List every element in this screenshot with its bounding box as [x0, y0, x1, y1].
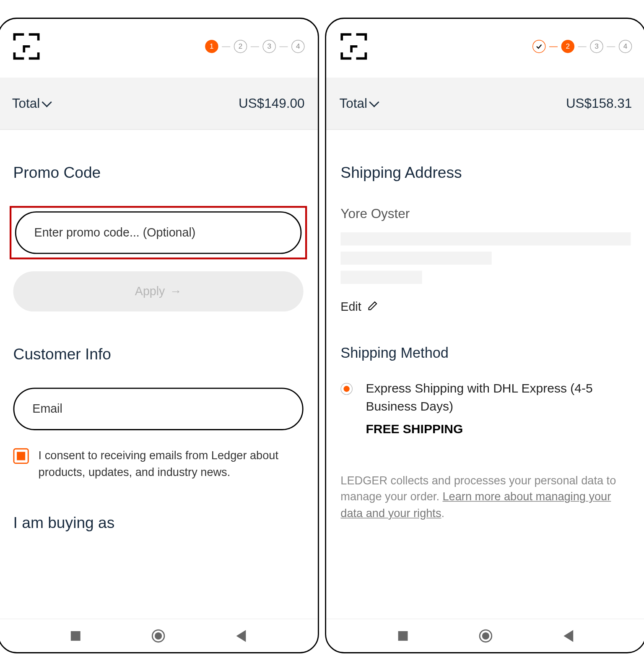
promo-highlight-box — [10, 206, 307, 259]
total-amount: US$158.31 — [566, 96, 632, 111]
shipping-option-radio[interactable] — [340, 383, 353, 395]
address-line-redacted — [340, 271, 422, 284]
android-navbar — [0, 619, 318, 652]
email-field[interactable] — [13, 388, 304, 430]
checkout-step1-screen: 1 2 3 4 Total US$149.00 Promo Code Appl — [0, 18, 319, 653]
promo-code-heading: Promo Code — [13, 164, 304, 182]
ledger-logo-icon — [12, 32, 41, 61]
step-1-done[interactable] — [532, 40, 545, 53]
shipping-option-label: Express Shipping with DHL Express (4-5 B… — [366, 379, 631, 416]
chevron-down-icon — [369, 97, 379, 107]
address-line-redacted — [340, 232, 631, 245]
ledger-logo-icon — [339, 32, 368, 61]
recipient-name: Yore Oyster — [340, 206, 631, 221]
step-3[interactable]: 3 — [262, 40, 275, 53]
address-line-redacted — [340, 252, 491, 265]
apply-button[interactable]: Apply — [13, 271, 304, 312]
total-amount: US$149.00 — [239, 96, 304, 111]
buying-as-heading: I am buying as — [13, 514, 304, 532]
progress-stepper: 1 2 3 4 — [205, 40, 304, 53]
progress-stepper: 2 3 4 — [532, 40, 632, 53]
shipping-method-heading: Shipping Method — [340, 344, 631, 361]
nav-home-icon[interactable] — [479, 629, 492, 642]
checkout-step2-screen: 2 3 4 Total US$158.31 Shipping Address Y… — [325, 18, 644, 653]
consent-text: I consent to receiving emails from Ledge… — [39, 447, 304, 480]
free-shipping-badge: FREE SHIPPING — [366, 422, 631, 436]
shipping-address-heading: Shipping Address — [340, 164, 631, 182]
nav-back-icon[interactable] — [564, 629, 574, 642]
promo-code-input[interactable] — [15, 211, 302, 254]
step-3[interactable]: 3 — [590, 40, 603, 53]
pencil-icon — [367, 299, 379, 315]
total-summary-bar[interactable]: Total US$149.00 — [0, 78, 318, 130]
nav-home-icon[interactable] — [152, 629, 165, 642]
total-label: Total — [12, 96, 51, 111]
step-1[interactable]: 1 — [205, 40, 218, 53]
chevron-down-icon — [42, 97, 52, 107]
step-4[interactable]: 4 — [619, 40, 632, 53]
apply-label: Apply — [135, 284, 165, 298]
nav-recent-icon[interactable] — [398, 631, 408, 640]
app-header: 2 3 4 — [326, 19, 644, 78]
edit-address-link[interactable]: Edit — [340, 299, 631, 315]
step-4[interactable]: 4 — [291, 40, 304, 53]
step-2[interactable]: 2 — [234, 40, 247, 53]
customer-info-heading: Customer Info — [13, 345, 304, 364]
arrow-right-icon — [170, 284, 182, 298]
nav-recent-icon[interactable] — [70, 631, 80, 640]
privacy-notice: LEDGER collects and processes your perso… — [340, 472, 631, 522]
nav-back-icon[interactable] — [236, 629, 246, 642]
total-summary-bar[interactable]: Total US$158.31 — [326, 78, 644, 130]
total-label: Total — [339, 96, 378, 111]
consent-checkbox[interactable] — [13, 448, 29, 464]
app-header: 1 2 3 4 — [0, 19, 318, 78]
android-navbar — [326, 619, 644, 652]
step-2[interactable]: 2 — [561, 40, 574, 53]
